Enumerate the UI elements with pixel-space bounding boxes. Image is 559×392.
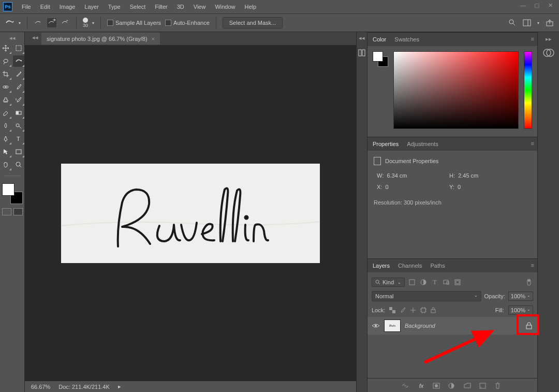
subtract-selection-icon[interactable]: - — [61, 18, 70, 27]
collapse-toolbox[interactable]: ◂◂ — [0, 35, 24, 40]
shape-tool[interactable] — [13, 146, 24, 157]
search-icon[interactable] — [508, 19, 517, 27]
panel-menu-icon[interactable]: ≡ — [531, 36, 534, 42]
filter-toggle-icon[interactable] — [525, 278, 533, 286]
menu-type[interactable]: Type — [104, 2, 125, 12]
add-selection-icon[interactable]: + — [47, 18, 56, 27]
panel-menu-icon[interactable]: ≡ — [531, 262, 534, 268]
select-and-mask-button[interactable]: Select and Mask... — [223, 17, 283, 28]
dodge-tool[interactable] — [13, 120, 24, 132]
pen-tool[interactable] — [0, 133, 11, 144]
hue-slider[interactable] — [524, 51, 532, 129]
panel-fg-color[interactable] — [373, 51, 383, 62]
quickmask-toggle[interactable] — [2, 208, 11, 215]
workspace-icon[interactable] — [523, 19, 531, 26]
creative-cloud-icon[interactable] — [542, 47, 555, 59]
mask-icon[interactable] — [433, 383, 441, 389]
layers-tab[interactable]: Layers — [373, 263, 390, 269]
filter-smart-icon[interactable] — [453, 278, 462, 286]
new-selection-icon[interactable] — [34, 18, 43, 27]
delete-layer-icon[interactable] — [495, 382, 503, 389]
minimize-button[interactable]: — — [519, 2, 528, 9]
collapse-left[interactable]: ◂◂ — [32, 34, 38, 41]
filter-shape-icon[interactable] — [442, 278, 450, 286]
foreground-color[interactable] — [2, 183, 14, 196]
close-button[interactable]: ✕ — [546, 2, 555, 9]
zoom-tool[interactable] — [13, 159, 24, 170]
lock-position-icon[interactable] — [410, 307, 416, 313]
lock-transparency-icon[interactable] — [389, 307, 395, 313]
brush-tool[interactable] — [13, 81, 24, 93]
layer-thumbnail[interactable]: Rvln — [384, 320, 401, 332]
document-canvas[interactable] — [61, 164, 320, 263]
collapse-far-right[interactable]: ▸▸ — [538, 36, 559, 41]
collapse-right[interactable]: ◂◂ — [357, 35, 367, 40]
swatches-tab[interactable]: Swatches — [394, 36, 419, 42]
dropdown-icon[interactable]: ▾ — [537, 21, 539, 25]
panel-icon[interactable] — [358, 49, 366, 57]
panel-menu-icon[interactable]: ≡ — [531, 140, 534, 147]
auto-enhance-checkbox[interactable]: Auto-Enhance — [165, 20, 210, 26]
fx-icon[interactable]: fx — [417, 383, 425, 389]
layer-row-background[interactable]: Rvln Background — [367, 317, 537, 335]
dropdown-icon[interactable]: ▾ — [92, 21, 94, 25]
eraser-tool[interactable] — [0, 107, 11, 119]
color-swatch[interactable] — [2, 183, 23, 204]
lock-artboard-icon[interactable] — [420, 307, 426, 313]
blur-tool[interactable] — [0, 120, 11, 132]
link-layers-icon[interactable] — [402, 383, 410, 388]
quick-selection-tool[interactable] — [13, 55, 24, 67]
menu-image[interactable]: Image — [55, 2, 80, 12]
lock-image-icon[interactable] — [400, 307, 406, 313]
current-tool-icon[interactable] — [5, 18, 14, 27]
stamp-tool[interactable] — [0, 94, 11, 106]
menu-window[interactable]: Window — [211, 2, 239, 12]
menu-layer[interactable]: Layer — [80, 2, 103, 12]
move-tool[interactable] — [0, 42, 11, 54]
adjustments-tab[interactable]: Adjustments — [407, 141, 438, 147]
paths-tab[interactable]: Paths — [431, 263, 445, 269]
menu-3d[interactable]: 3D — [173, 2, 188, 12]
new-layer-icon[interactable] — [479, 383, 488, 389]
healing-tool[interactable] — [0, 81, 11, 93]
menu-select[interactable]: Select — [126, 2, 150, 12]
menu-edit[interactable]: Edit — [36, 2, 54, 12]
properties-tab[interactable]: Properties — [373, 141, 399, 147]
color-field[interactable] — [393, 51, 519, 129]
filter-pixel-icon[interactable] — [408, 278, 416, 286]
layer-name[interactable]: Background — [405, 323, 522, 329]
maximize-button[interactable]: ▢ — [532, 2, 541, 9]
canvas[interactable] — [25, 46, 356, 381]
group-icon[interactable] — [464, 383, 472, 388]
gradient-tool[interactable] — [13, 107, 24, 119]
share-icon[interactable] — [546, 19, 554, 27]
lasso-tool[interactable] — [0, 55, 11, 67]
status-more-icon[interactable]: ▸ — [118, 383, 121, 390]
brush-preset[interactable]: 30 — [83, 18, 88, 28]
eyedropper-tool[interactable] — [13, 68, 24, 80]
type-tool[interactable]: T — [13, 133, 24, 144]
path-selection-tool[interactable] — [0, 146, 11, 157]
menu-file[interactable]: File — [18, 2, 35, 12]
color-tab[interactable]: Color — [373, 36, 386, 42]
hand-tool[interactable] — [0, 159, 11, 170]
marquee-tool[interactable] — [13, 42, 24, 54]
adjustment-icon[interactable] — [448, 383, 457, 389]
menu-view[interactable]: View — [189, 2, 210, 12]
channels-tab[interactable]: Channels — [398, 263, 422, 269]
menu-help[interactable]: Help — [241, 2, 261, 12]
sample-all-layers-checkbox[interactable]: Sample All Layers — [107, 20, 161, 26]
visibility-icon[interactable] — [372, 323, 380, 329]
zoom-value[interactable]: 66.67% — [31, 384, 50, 390]
dropdown-icon[interactable]: ▾ — [19, 21, 21, 25]
lock-icon[interactable] — [526, 322, 533, 329]
screenmode-toggle[interactable] — [13, 208, 23, 215]
lock-all-icon[interactable] — [431, 307, 436, 313]
layer-filter-kind[interactable]: Kind⌄ — [372, 278, 405, 287]
crop-tool[interactable] — [0, 68, 11, 80]
fill-input[interactable]: 100%⌄ — [508, 306, 533, 315]
panel-color-swatch[interactable] — [373, 51, 388, 67]
doc-size[interactable]: Doc: 211.4K/211.4K — [58, 384, 109, 390]
filter-type-icon[interactable]: T — [431, 278, 439, 286]
history-brush-tool[interactable] — [13, 94, 24, 106]
